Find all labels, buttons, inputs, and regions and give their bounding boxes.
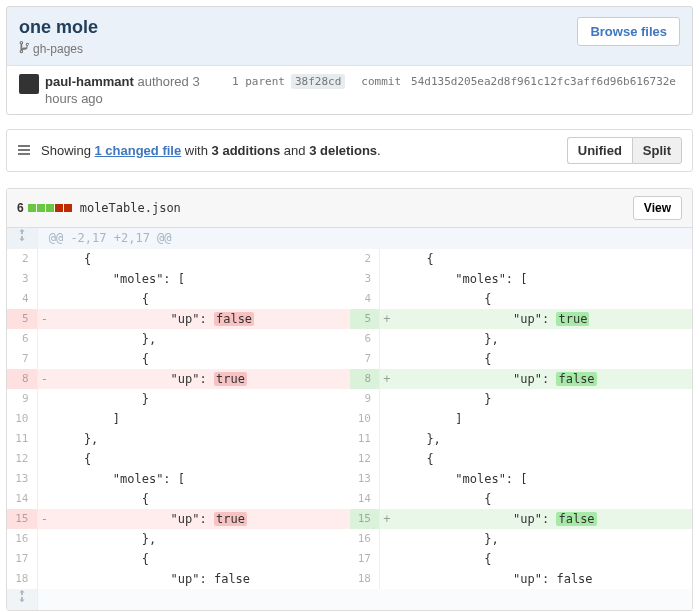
- diffstat-blocks: [28, 204, 72, 212]
- authored-label: authored: [137, 74, 188, 89]
- hunk-header: @@ -2,17 +2,17 @@: [37, 228, 692, 249]
- line-number-left: 4: [7, 289, 37, 309]
- code-right: {: [394, 249, 693, 269]
- commit-sha: 54d135d205ea2d8f961c12fc3aff6d96b616732e: [407, 74, 680, 89]
- code-left: "moles": [: [51, 469, 350, 489]
- code-left-del: "up": false: [51, 309, 350, 329]
- code-left: },: [51, 329, 350, 349]
- code-left: {: [51, 289, 350, 309]
- code-left-del: "up": true: [51, 369, 350, 389]
- code-right-add: "up": true: [394, 309, 693, 329]
- code-right: "up": false: [394, 569, 693, 589]
- code-right-add: "up": false: [394, 509, 693, 529]
- branch-icon: [19, 40, 29, 57]
- code-right: {: [394, 349, 693, 369]
- code-left-del: "up": true: [51, 509, 350, 529]
- line-number-right: 17: [350, 549, 380, 569]
- code-left: ]: [51, 409, 350, 429]
- code-right-add: "up": false: [394, 369, 693, 389]
- code-right: {: [394, 549, 693, 569]
- line-number-left: 13: [7, 469, 37, 489]
- unified-button[interactable]: Unified: [567, 137, 632, 164]
- diffstat-count: 6: [17, 201, 24, 215]
- line-number-right: 18: [350, 569, 380, 589]
- code-left: {: [51, 249, 350, 269]
- code-right: },: [394, 529, 693, 549]
- line-number-right: 7: [350, 349, 380, 369]
- line-number-right: 4: [350, 289, 380, 309]
- line-number-right: 11: [350, 429, 380, 449]
- code-right: {: [394, 489, 693, 509]
- code-left: },: [51, 529, 350, 549]
- code-right: {: [394, 289, 693, 309]
- line-number-left: 14: [7, 489, 37, 509]
- expand-icon[interactable]: [7, 228, 37, 249]
- expand-icon[interactable]: [7, 589, 37, 610]
- split-button[interactable]: Split: [632, 137, 682, 164]
- code-right: },: [394, 329, 693, 349]
- deletions-count: 3 deletions: [309, 143, 377, 158]
- code-left: {: [51, 549, 350, 569]
- code-right: "moles": [: [394, 469, 693, 489]
- code-left: }: [51, 389, 350, 409]
- browse-files-button[interactable]: Browse files: [577, 17, 680, 46]
- code-right: ]: [394, 409, 693, 429]
- list-icon[interactable]: [17, 143, 33, 159]
- file-name[interactable]: moleTable.json: [80, 201, 181, 215]
- commit-title: one mole: [19, 17, 98, 38]
- code-right: }: [394, 389, 693, 409]
- line-number-left: 7: [7, 349, 37, 369]
- code-left: {: [51, 349, 350, 369]
- line-number-right: 6: [350, 329, 380, 349]
- author-name[interactable]: paul-hammant: [45, 74, 134, 89]
- additions-count: 3 additions: [212, 143, 281, 158]
- line-number-right: 5: [350, 309, 380, 329]
- line-number-left: 11: [7, 429, 37, 449]
- line-number-right: 15: [350, 509, 380, 529]
- line-number-right: 13: [350, 469, 380, 489]
- line-number-right: 10: [350, 409, 380, 429]
- branch-name[interactable]: gh-pages: [33, 42, 83, 56]
- line-number-left: 18: [7, 569, 37, 589]
- line-number-left: 5: [7, 309, 37, 329]
- summary-text: Showing 1 changed file with 3 additions …: [41, 143, 381, 158]
- line-number-left: 9: [7, 389, 37, 409]
- code-left: "moles": [: [51, 269, 350, 289]
- view-button[interactable]: View: [633, 196, 682, 220]
- avatar: [19, 74, 39, 94]
- code-left: "up": false: [51, 569, 350, 589]
- line-number-right: 8: [350, 369, 380, 389]
- line-number-right: 2: [350, 249, 380, 269]
- diff-summary-bar: Showing 1 changed file with 3 additions …: [6, 129, 693, 172]
- parent-label: 1 parent: [232, 75, 285, 88]
- line-number-right: 12: [350, 449, 380, 469]
- line-number-left: 16: [7, 529, 37, 549]
- code-right: {: [394, 449, 693, 469]
- line-number-left: 15: [7, 509, 37, 529]
- line-number-left: 10: [7, 409, 37, 429]
- line-number-left: 12: [7, 449, 37, 469]
- line-number-left: 3: [7, 269, 37, 289]
- line-number-right: 16: [350, 529, 380, 549]
- authored-time-part1: 3: [192, 74, 199, 89]
- code-right: },: [394, 429, 693, 449]
- commit-header: one mole gh-pages Browse files paul-hamm…: [6, 6, 693, 115]
- parent-sha[interactable]: 38f28cd: [291, 74, 345, 89]
- code-left: {: [51, 449, 350, 469]
- diff-table: @@ -2,17 +2,17 @@2 {2 {3 "moles": [3 "mo…: [7, 228, 692, 610]
- line-number-right: 14: [350, 489, 380, 509]
- file-diff: 6 moleTable.json View @@ -2,17 +2,17 @@2…: [6, 188, 693, 611]
- code-left: {: [51, 489, 350, 509]
- code-right: "moles": [: [394, 269, 693, 289]
- line-number-right: 9: [350, 389, 380, 409]
- code-left: },: [51, 429, 350, 449]
- line-number-left: 2: [7, 249, 37, 269]
- line-number-left: 8: [7, 369, 37, 389]
- line-number-left: 17: [7, 549, 37, 569]
- authored-time-part2: hours ago: [45, 91, 103, 106]
- changed-files-link[interactable]: 1 changed file: [95, 143, 182, 158]
- commit-label: commit: [361, 75, 401, 88]
- line-number-left: 6: [7, 329, 37, 349]
- line-number-right: 3: [350, 269, 380, 289]
